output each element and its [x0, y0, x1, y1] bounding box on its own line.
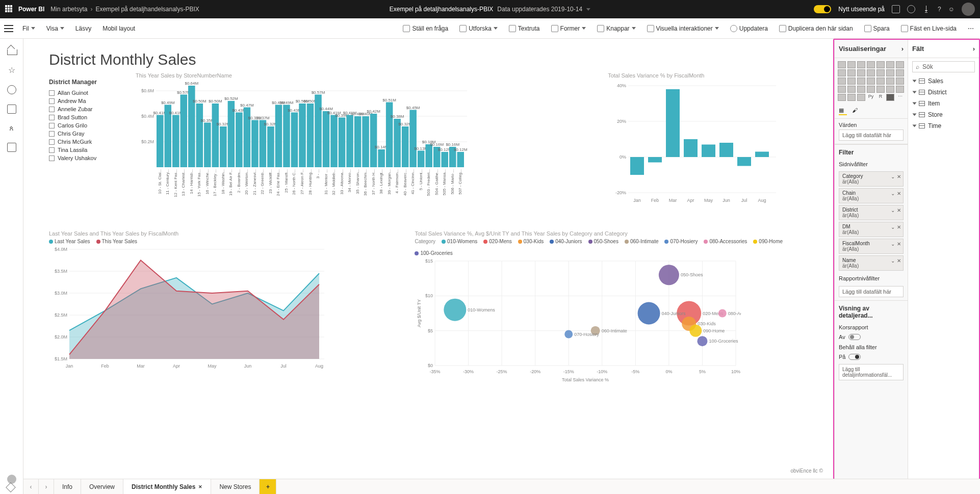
home-icon[interactable] [7, 46, 16, 55]
reading-view-button[interactable]: Läsvy [73, 23, 93, 34]
chevron-down-icon[interactable]: ⌄ [891, 241, 895, 247]
format-tab-icon[interactable]: 🖌 [852, 107, 858, 115]
checkbox-icon[interactable] [49, 107, 55, 112]
slicer-item[interactable]: Chris Gray [49, 129, 125, 138]
clear-filter-icon[interactable]: ✕ [897, 241, 901, 247]
duplicate-page-button[interactable]: Duplicera den här sidan [777, 23, 855, 34]
checkbox-icon[interactable] [49, 115, 55, 120]
viz-type-icon[interactable] [876, 61, 885, 68]
viz-type-icon[interactable] [876, 77, 885, 85]
this-year-sales-bar-chart[interactable]: This Year Sales by StoreNumberName $0.2M… [136, 72, 598, 220]
viz-type-icon[interactable] [867, 69, 875, 76]
viz-type-icon[interactable] [886, 86, 894, 93]
viz-type-icon[interactable] [857, 77, 865, 85]
new-look-toggle[interactable] [814, 5, 831, 13]
buttons-button[interactable]: Knappar [595, 23, 637, 34]
viz-type-icon[interactable] [847, 69, 856, 76]
checkbox-icon[interactable] [49, 139, 55, 145]
checkbox-icon[interactable] [49, 123, 55, 128]
viz-type-icon[interactable] [857, 94, 865, 101]
tab-next-button[interactable]: › [39, 479, 54, 494]
textbox-button[interactable]: Textruta [507, 23, 542, 34]
chat-icon[interactable] [892, 5, 900, 13]
page-tab[interactable]: District Monthly Sales✕ [123, 479, 211, 494]
values-well[interactable]: Lägg till datafält här [839, 129, 904, 141]
viz-type-icon[interactable] [857, 69, 865, 76]
page-filter-card[interactable]: Categoryär(Alla)⌄✕ [839, 171, 904, 187]
slicer-item[interactable]: Tina Lassila [49, 146, 125, 154]
viz-type-icon[interactable] [896, 86, 904, 93]
chevron-down-icon[interactable]: ⌄ [891, 224, 895, 230]
checkbox-icon[interactable] [49, 147, 55, 153]
more-icon[interactable]: ⋯ [966, 23, 976, 34]
viz-type-icon[interactable] [857, 86, 865, 93]
tab-prev-button[interactable]: ‹ [23, 479, 39, 494]
chevron-right-icon[interactable]: › [973, 45, 975, 53]
slicer-item[interactable]: Chris McGurk [49, 138, 125, 146]
field-table[interactable]: Store [908, 109, 979, 120]
viz-type-icon[interactable] [886, 77, 894, 85]
menu-icon[interactable] [4, 25, 13, 32]
viz-type-icon[interactable] [886, 61, 894, 68]
viz-type-icon[interactable]: Py [867, 94, 875, 101]
cross-report-toggle[interactable]: Av [835, 333, 908, 341]
save-button[interactable]: Spara [862, 23, 892, 34]
shared-icon[interactable]: ጰ [9, 124, 14, 133]
viz-type-icon[interactable]: R [876, 94, 885, 101]
page-tab[interactable]: New Stores [211, 479, 260, 494]
field-table[interactable]: Time [908, 120, 979, 132]
clear-filter-icon[interactable]: ✕ [897, 258, 901, 264]
fields-pane-header[interactable]: Fält› [908, 40, 979, 58]
download-icon[interactable]: ⭳ [922, 5, 931, 14]
viz-type-icon[interactable] [867, 61, 875, 68]
viz-type-icon[interactable] [896, 61, 904, 68]
viz-type-icon[interactable] [867, 77, 875, 85]
checkbox-icon[interactable] [49, 155, 55, 161]
viz-type-icon[interactable] [847, 61, 856, 68]
viz-type-icon[interactable] [876, 69, 885, 76]
mobile-layout-button[interactable]: Mobil layout [100, 23, 137, 34]
profile-icon[interactable] [7, 475, 16, 484]
slicer-item[interactable]: Allan Guinot [49, 89, 125, 97]
chevron-right-icon[interactable]: › [901, 45, 904, 53]
workspaces-icon[interactable] [7, 143, 16, 152]
viz-type-icon[interactable] [838, 77, 846, 85]
clear-filter-icon[interactable]: ✕ [897, 224, 901, 230]
viz-type-icon[interactable] [838, 61, 846, 68]
drill-field-well[interactable]: Lägg till detaljinformationsfäl... [839, 364, 904, 380]
viz-pane-header[interactable]: Visualiseringar› [835, 40, 908, 58]
viz-type-icon[interactable] [867, 86, 875, 93]
chevron-down-icon[interactable]: ⌄ [891, 258, 895, 264]
pin-live-button[interactable]: Fäst en Live-sida [899, 23, 959, 34]
checkbox-icon[interactable] [49, 90, 55, 96]
slicer-item[interactable]: Valery Ushakov [49, 154, 125, 162]
favorites-icon[interactable]: ☆ [8, 65, 15, 75]
viz-type-icon[interactable] [896, 69, 904, 76]
viz-type-icon[interactable] [847, 77, 856, 85]
recent-icon[interactable] [7, 85, 16, 94]
ask-question-button[interactable]: Ställ en fråga [401, 23, 450, 34]
category-bubble-chart[interactable]: Total Sales Variance %, Avg $/Unit TY an… [415, 230, 818, 383]
viz-type-icon[interactable]: ⋯ [896, 94, 904, 101]
viz-type-picker[interactable]: PyR⋯ [835, 58, 908, 104]
district-manager-slicer[interactable]: District Manager Allan GuinotAndrew MaAn… [49, 72, 125, 220]
chevron-down-icon[interactable] [586, 8, 590, 11]
chevron-down-icon[interactable]: ⌄ [891, 191, 895, 196]
fields-search-input[interactable]: ⌕ Sök [912, 61, 975, 72]
chevron-down-icon[interactable]: ⌄ [891, 174, 895, 179]
viz-type-icon[interactable] [847, 86, 856, 93]
viz-type-icon[interactable] [896, 77, 904, 85]
viz-type-icon[interactable] [886, 69, 894, 76]
clear-filter-icon[interactable]: ✕ [897, 191, 901, 196]
help-icon[interactable]: ? [938, 6, 941, 13]
app-launcher-icon[interactable] [5, 5, 13, 13]
viz-type-icon[interactable] [876, 86, 885, 93]
smiley-icon[interactable]: ☺ [948, 6, 955, 13]
page-filter-card[interactable]: FiscalMonthär(Alla)⌄✕ [839, 239, 904, 254]
page-filter-card[interactable]: Districtär(Alla)⌄✕ [839, 205, 904, 220]
settings-icon[interactable] [907, 5, 915, 13]
page-filter-card[interactable]: DMär(Alla)⌄✕ [839, 222, 904, 237]
file-menu[interactable]: Fil [20, 23, 37, 34]
viz-type-icon[interactable] [838, 69, 846, 76]
page-filter-card[interactable]: Nameär(Alla)⌄✕ [839, 255, 904, 271]
